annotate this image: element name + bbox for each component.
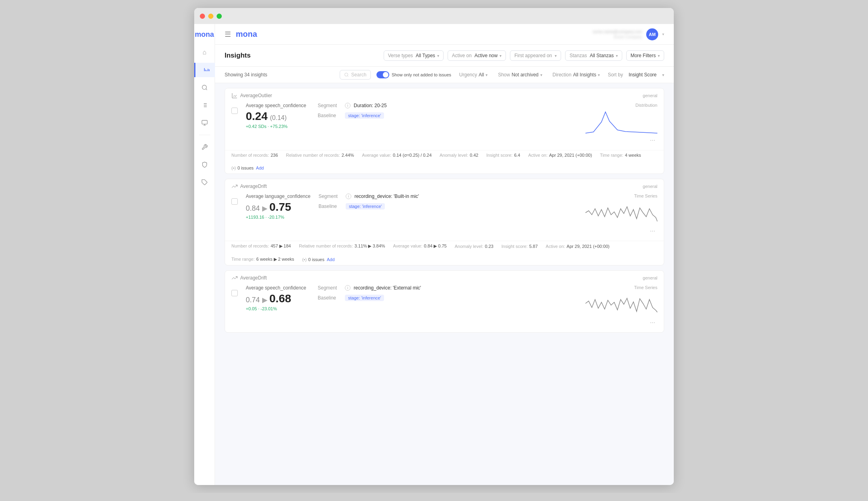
search-box[interactable]: Search xyxy=(340,70,371,80)
maximize-button[interactable] xyxy=(217,14,222,19)
segment-value: recording_device: 'External mic' xyxy=(354,285,421,291)
insight-checkbox[interactable] xyxy=(231,290,238,296)
timeseries-chart xyxy=(585,201,657,225)
more-filters-label: More Filters xyxy=(631,53,656,58)
urgency-filter[interactable]: Urgency All ▾ xyxy=(457,71,490,79)
insight-chart: Distribution ··· xyxy=(577,103,657,145)
close-button[interactable] xyxy=(200,14,205,19)
toggle-container: Show only not added to issues xyxy=(376,71,451,78)
user-info: some.name@company.com Some Company xyxy=(593,29,642,40)
insight-segment-info: Segment i recording_device: 'Built-in mi… xyxy=(319,194,569,210)
issues-info: (•) 0 issues Add xyxy=(302,257,334,262)
verse-types-chevron-icon: ▾ xyxy=(437,54,439,58)
toggle-label: Show only not added to issues xyxy=(392,72,451,77)
anomaly-level: Anomaly level: 0.42 xyxy=(440,153,478,158)
sort-by-label: Sort by xyxy=(608,72,623,78)
active-on: Active on: Apr 29, 2021 (+00:00) xyxy=(546,244,610,249)
direction-label: Direction xyxy=(553,72,571,78)
segment-label: Segment xyxy=(318,103,342,108)
more-filters-chevron-icon: ▾ xyxy=(658,54,660,58)
sidebar-item-chart[interactable] xyxy=(197,116,212,130)
add-issue-link[interactable]: Add xyxy=(327,257,335,262)
insight-metric: Average speech_confidence 0.24 (0.14) +0… xyxy=(246,103,310,129)
stanzas-filter[interactable]: Stanzas All Stanzas ▾ xyxy=(565,50,622,61)
insight-checkbox[interactable] xyxy=(231,198,238,205)
header-right: some.name@company.com Some Company AM ▾ xyxy=(593,28,664,40)
insight-metric: Average speech_confidence 0.74 ▶ 0.68 +0… xyxy=(246,285,310,311)
first-appeared-chevron-icon: ▾ xyxy=(555,54,557,58)
segment-info-icon[interactable]: i xyxy=(345,285,350,291)
svg-point-0 xyxy=(202,85,207,90)
verse-types-filter[interactable]: Verse types All Types ▾ xyxy=(384,50,444,61)
active-on-filter[interactable]: Active on Active now ▾ xyxy=(448,50,506,61)
filter-bar: Verse types All Types ▾ Active on Active… xyxy=(384,50,664,61)
sidebar-item-shield[interactable] xyxy=(197,158,212,172)
insight-chart: Time Series ··· xyxy=(577,285,657,327)
sidebar-item-list[interactable] xyxy=(197,98,212,112)
timeseries-chart-2 xyxy=(585,292,657,316)
insight-footer: Number of records: 236 Relative number o… xyxy=(225,150,664,174)
sidebar-item-home[interactable]: ⌂ xyxy=(197,45,212,60)
insight-value: 0.84 ▶ 0.75 xyxy=(246,201,311,214)
segment-info-icon[interactable]: i xyxy=(345,103,350,108)
segment-row: Segment i recording_device: 'Built-in mi… xyxy=(319,194,569,199)
direction-filter[interactable]: Direction All Insights ▾ xyxy=(550,71,602,79)
insight-type: AverageDrift xyxy=(231,183,267,190)
insight-footer: Number of records: 457 ▶ 184 Relative nu… xyxy=(225,241,664,265)
insight-card-header: AverageDrift general xyxy=(225,271,664,281)
showing-count: Showing 34 insights xyxy=(225,72,334,78)
first-appeared-filter[interactable]: First appeared on ▾ xyxy=(510,50,561,61)
insight-tag: general xyxy=(643,184,657,189)
more-options-button[interactable]: ··· xyxy=(648,136,657,145)
segment-info-icon[interactable]: i xyxy=(346,194,351,199)
issues-toggle[interactable] xyxy=(376,71,389,78)
avg-value: Average value: 0.84 ▶ 0.75 xyxy=(393,244,447,249)
verse-types-label: Verse types xyxy=(388,53,413,58)
minimize-button[interactable] xyxy=(208,14,213,19)
page-header: Insights Verse types All Types ▾ Active … xyxy=(215,45,674,67)
app-header: ☰ mona some.name@company.com Some Compan… xyxy=(215,24,674,45)
segment-row: Segment i recording_device: 'External mi… xyxy=(318,285,569,291)
avatar[interactable]: AM xyxy=(646,28,658,40)
urgency-value: All xyxy=(479,72,484,78)
segment-value: recording_device: 'Built-in mic' xyxy=(354,194,419,199)
insight-card: AverageDrift general Average speech_conf… xyxy=(225,270,664,333)
insight-checkbox[interactable] xyxy=(231,108,238,114)
more-filters-button[interactable]: More Filters ▾ xyxy=(626,50,664,61)
insight-score: Insight score: 6.4 xyxy=(486,153,520,158)
add-issue-link[interactable]: Add xyxy=(256,166,264,170)
sidebar-item-insights[interactable] xyxy=(194,63,215,77)
insight-segment-info: Segment i Duration: 20-25 Baseline stage… xyxy=(318,103,569,119)
time-range: Time range: 4 weeks xyxy=(600,153,641,158)
insight-score: Insight score: 5.87 xyxy=(502,244,538,249)
sidebar-item-tag[interactable] xyxy=(197,175,212,190)
sidebar-item-search[interactable] xyxy=(197,80,212,95)
more-options-button[interactable]: ··· xyxy=(648,318,657,327)
menu-icon[interactable]: ☰ xyxy=(225,30,231,39)
segment-label: Segment xyxy=(319,194,342,199)
avatar-chevron-icon[interactable]: ▾ xyxy=(662,32,664,36)
sort-chevron-icon[interactable]: ▾ xyxy=(662,73,664,77)
baseline-label: Baseline xyxy=(318,295,342,301)
insight-delta: +0.05 · -23.01% xyxy=(246,306,310,311)
urgency-label: Urgency xyxy=(459,72,477,78)
browser-titlebar xyxy=(194,8,674,24)
more-options-button[interactable]: ··· xyxy=(648,226,657,236)
value-old: 0.74 xyxy=(246,296,260,304)
show-filter[interactable]: Show Not archived ▾ xyxy=(496,71,544,79)
insight-delta: +1193.16 · -20.17% xyxy=(246,215,311,220)
show-value: Not archived xyxy=(512,72,538,78)
search-icon xyxy=(344,72,349,77)
svg-point-3 xyxy=(344,73,348,76)
direction-chevron-icon: ▾ xyxy=(598,73,600,77)
time-range: Time range: 6 weeks ▶ 2 weeks xyxy=(231,257,294,262)
baseline-value: stage: 'inference' xyxy=(346,203,385,210)
stanzas-chevron-icon: ▾ xyxy=(616,54,618,58)
show-label: Show xyxy=(498,72,510,78)
value-sub: (0.14) xyxy=(270,114,287,122)
sort-by-value[interactable]: Insight Score xyxy=(629,72,657,78)
insight-card-header: AverageOutlier general xyxy=(225,88,664,99)
sidebar-item-tools[interactable] xyxy=(197,140,212,154)
insight-card: AverageDrift general Average language_co… xyxy=(225,179,664,265)
relative-records: Relative number of records: 2.44% xyxy=(286,153,354,158)
